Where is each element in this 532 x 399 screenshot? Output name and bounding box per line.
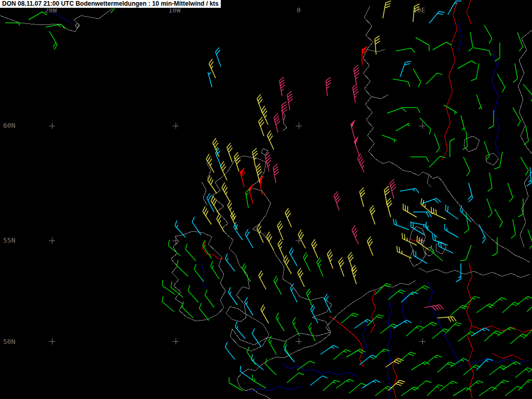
wind-barb xyxy=(508,183,513,202)
wind-barb xyxy=(311,304,318,323)
wind-barb xyxy=(285,208,291,227)
wind-barb xyxy=(393,320,411,328)
wind-barb xyxy=(445,323,462,334)
wind-barb xyxy=(495,43,500,61)
wind-barb xyxy=(479,224,486,243)
wind-barb xyxy=(402,233,417,245)
wind-barb xyxy=(367,237,373,256)
wind-barb xyxy=(303,252,310,271)
wind-barb xyxy=(259,271,266,289)
wind-barb xyxy=(287,91,293,110)
wind-barb xyxy=(216,47,221,66)
grid-cross xyxy=(49,123,55,129)
wind-barb xyxy=(416,37,429,51)
river-line xyxy=(201,263,206,289)
wind-barb xyxy=(527,301,532,312)
grid-cross xyxy=(49,338,55,344)
wind-barb xyxy=(527,167,531,186)
wind-barb xyxy=(245,229,253,248)
wind-barb xyxy=(505,387,523,396)
river-line xyxy=(387,291,392,399)
wind-barb xyxy=(450,358,469,367)
wind-barb xyxy=(208,175,217,193)
wind-barb xyxy=(336,379,354,388)
wind-barb xyxy=(274,113,280,132)
wind-barb xyxy=(312,240,318,258)
wind-barb xyxy=(341,313,358,323)
wind-barb xyxy=(284,255,291,274)
wind-barb xyxy=(410,157,429,162)
wind-barb xyxy=(463,297,480,308)
wind-barb xyxy=(396,48,415,52)
grid-label: 0 xyxy=(297,6,301,14)
wind-barb xyxy=(334,191,340,210)
coastline xyxy=(281,110,287,131)
wind-barb xyxy=(458,61,476,69)
coastline xyxy=(486,153,499,165)
wind-barb xyxy=(517,32,523,51)
wind-barb xyxy=(422,198,441,204)
wind-barb xyxy=(210,261,219,279)
wind-barb xyxy=(387,108,406,113)
grid-cross xyxy=(172,338,179,344)
wind-barb xyxy=(488,110,494,129)
wind-barb xyxy=(387,198,392,217)
grid-cross xyxy=(172,123,179,129)
wind-barb xyxy=(326,77,331,96)
grid-label: 10E xyxy=(413,6,425,14)
weather-map: 20W10W010E60N55N50N xyxy=(0,0,532,399)
wind-barb xyxy=(225,254,235,271)
wind-barb xyxy=(521,157,528,176)
wind-barb xyxy=(502,362,521,370)
wind-barb xyxy=(460,245,471,261)
wind-barb xyxy=(289,247,297,266)
wind-barb xyxy=(327,250,333,269)
wind-barb xyxy=(502,302,520,313)
wind-barb xyxy=(370,205,375,224)
wind-barb xyxy=(203,240,211,258)
wind-barb xyxy=(49,31,57,50)
wind-barb xyxy=(488,172,492,192)
coastline xyxy=(363,6,530,262)
wind-barb xyxy=(171,282,183,297)
wind-barb xyxy=(427,385,444,396)
wind-barb xyxy=(432,329,449,339)
wind-barb xyxy=(323,380,340,391)
wind-barb xyxy=(206,154,214,172)
wind-barb xyxy=(273,164,279,183)
wind-barb xyxy=(175,220,185,237)
wind-barb xyxy=(274,276,282,295)
wind-barb xyxy=(406,326,423,336)
wind-barb xyxy=(518,380,532,391)
wind-barb xyxy=(471,63,479,81)
wind-barb xyxy=(495,209,502,228)
wind-barb xyxy=(290,284,297,302)
wind-barb xyxy=(431,207,446,219)
wind-barb xyxy=(390,179,396,198)
wind-barb xyxy=(209,59,216,78)
wind-barb xyxy=(494,152,502,169)
wind-barb xyxy=(426,73,443,84)
wind-barb xyxy=(510,334,527,344)
wind-barb xyxy=(46,24,65,29)
wind-barb xyxy=(445,205,458,219)
title-bar: DON 08.11.07 21:00 UTC Bodenwettermeldun… xyxy=(0,0,221,8)
grid-cross xyxy=(49,237,55,244)
wind-barb xyxy=(400,61,411,77)
wind-barb xyxy=(354,65,360,84)
river-line xyxy=(491,50,500,156)
coastline xyxy=(211,156,332,351)
wind-barb xyxy=(222,182,230,201)
wind-barb xyxy=(362,380,380,388)
wind-barb xyxy=(208,72,212,87)
wind-barb xyxy=(216,149,221,167)
wind-barb xyxy=(307,289,313,308)
wind-barb xyxy=(200,303,209,321)
wind-barb xyxy=(353,84,358,103)
wind-barb xyxy=(469,32,473,51)
wind-barb xyxy=(397,246,411,258)
wind-barb xyxy=(29,12,47,20)
wind-barb xyxy=(403,204,417,217)
wind-barb xyxy=(411,286,430,295)
wind-barb xyxy=(528,230,532,249)
